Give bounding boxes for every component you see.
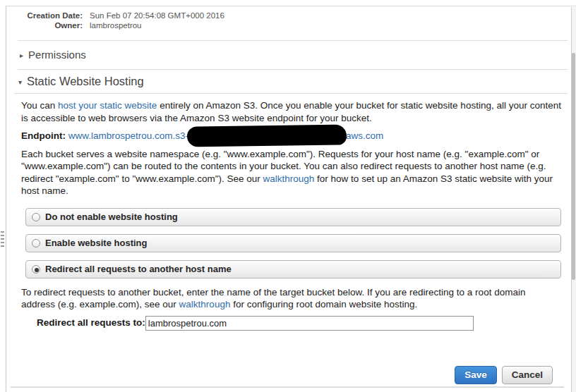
permissions-section-title: Permissions xyxy=(28,49,86,61)
redirect-paragraph: To redirect requests to another bucket, … xyxy=(21,286,561,311)
radio-button-icon[interactable] xyxy=(32,213,40,221)
walkthrough-link-setup[interactable]: walkthrough xyxy=(263,173,315,184)
chevron-right-icon: ▸ xyxy=(20,51,23,59)
endpoint-url-link[interactable]: www.lambrospetrou.com.s3-aws.com xyxy=(68,130,384,141)
save-button[interactable]: Save xyxy=(455,366,497,384)
namespace-paragraph: Each bucket serves a website namespace (… xyxy=(21,148,561,197)
creation-date-row: Creation Date: Sun Feb 07 20:54:08 GMT+0… xyxy=(6,11,571,20)
redaction-marker xyxy=(187,124,347,147)
static-hosting-content: You can host your static website entirel… xyxy=(6,99,571,384)
option-label: Redirect all requests to another host na… xyxy=(45,263,232,276)
scrollbar-track[interactable] xyxy=(571,7,576,392)
owner-row: Owner: lambrospetrou xyxy=(6,20,571,30)
creation-date-value: Sun Feb 07 20:54:08 GMT+000 2016 xyxy=(83,11,224,20)
chevron-down-icon: ▾ xyxy=(18,78,22,86)
creation-date-label: Creation Date: xyxy=(6,11,83,20)
properties-panel: Creation Date: Sun Feb 07 20:54:08 GMT+0… xyxy=(0,0,576,392)
static-hosting-section-title: Static Website Hosting xyxy=(27,75,144,88)
option-label: Enable website hosting xyxy=(45,237,147,250)
owner-value: lambrospetrou xyxy=(83,20,142,30)
intro-paragraph: You can host your static website entirel… xyxy=(21,99,561,124)
endpoint-url-suffix: aws.com xyxy=(346,130,383,141)
host-static-website-link[interactable]: host your static website xyxy=(58,100,157,111)
section-divider xyxy=(14,93,568,94)
radio-button-icon[interactable] xyxy=(32,239,40,247)
option-label: Do not enable website hosting xyxy=(45,211,178,223)
option-enable-hosting[interactable]: Enable website hosting xyxy=(25,234,561,252)
section-static-website-hosting[interactable]: ▾ Static Website Hosting xyxy=(18,69,568,93)
radio-dot xyxy=(35,268,39,272)
option-do-not-enable-hosting[interactable]: Do not enable website hosting xyxy=(25,208,561,226)
bucket-meta: Creation Date: Sun Feb 07 20:54:08 GMT+0… xyxy=(6,6,571,30)
endpoint-line: Endpoint: www.lambrospetrou.com.s3-aws.c… xyxy=(21,130,561,142)
cancel-button[interactable]: Cancel xyxy=(502,366,553,384)
redirect-all-requests-label: Redirect all requests to: xyxy=(37,317,145,329)
redirect-input-row: Redirect all requests to: xyxy=(21,316,561,331)
panel-resize-grip[interactable] xyxy=(1,231,4,247)
radio-button-icon[interactable] xyxy=(32,265,40,274)
section-permissions[interactable]: ▸ Permissions xyxy=(18,40,568,69)
hosting-options-group: Do not enable website hosting Enable web… xyxy=(21,208,561,278)
intro-text-pre: You can xyxy=(21,100,58,111)
endpoint-label: Endpoint: xyxy=(21,130,66,141)
scrollbar-thumb[interactable] xyxy=(572,53,575,280)
option-redirect-requests[interactable]: Redirect all requests to another host na… xyxy=(25,260,561,278)
bottom-divider xyxy=(11,386,564,388)
action-buttons: Save Cancel xyxy=(21,366,561,384)
walkthrough-link-root-domain[interactable]: walkthrough xyxy=(179,299,231,310)
redirect-target-input[interactable] xyxy=(145,316,474,331)
owner-label: Owner: xyxy=(6,20,83,30)
properties-accordion: ▸ Permissions ▾ Static Website Hosting Y… xyxy=(6,40,571,384)
endpoint-url-prefix: www.lambrospetrou.com.s3- xyxy=(68,130,188,141)
redirect-text-post: for configuring root domain website host… xyxy=(230,299,417,310)
